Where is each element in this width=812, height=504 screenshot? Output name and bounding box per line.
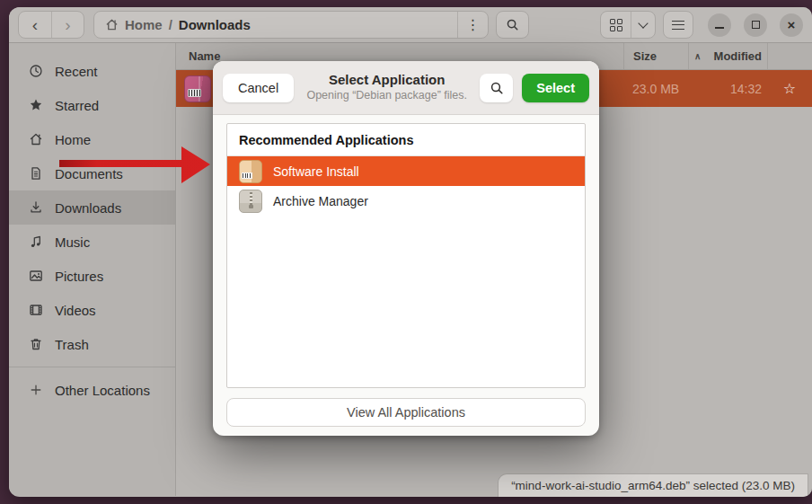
search-icon — [490, 81, 504, 95]
close-button[interactable]: × — [780, 13, 803, 37]
sidebar-item-downloads[interactable]: Downloads — [9, 190, 175, 225]
clock-icon — [29, 64, 43, 78]
maximize-button[interactable] — [744, 13, 767, 37]
sidebar-separator — [9, 367, 175, 367]
sidebar-item-label: Pictures — [55, 269, 103, 284]
minimize-button[interactable] — [708, 13, 731, 37]
software-install-icon — [239, 160, 262, 183]
sidebar: Recent Starred Home Documents Downloads … — [9, 43, 176, 496]
dialog-subtitle: Opening “Debian package” files. — [303, 89, 471, 103]
sidebar-item-label: Trash — [55, 337, 89, 352]
titlebar: ‹ › Home / Downloads ⋮ — [9, 7, 812, 43]
recommended-section-header: Recommended Applications — [227, 124, 585, 156]
sidebar-item-music[interactable]: Music — [9, 225, 175, 259]
app-row-software-install[interactable]: Software Install — [227, 156, 585, 186]
breadcrumb: Home / Downloads — [105, 17, 457, 32]
file-size-cell: 23.0 MB — [623, 70, 688, 107]
dialog-search-button[interactable] — [480, 74, 513, 102]
window-controls: × — [708, 13, 803, 37]
document-icon — [29, 166, 43, 181]
dialog-body: Recommended Applications Software Instal… — [213, 115, 599, 427]
star-toggle[interactable]: ☆ — [767, 70, 812, 107]
status-bar: “mind-work-ai-studio_arm64.deb” selected… — [498, 473, 808, 497]
breadcrumb-home[interactable]: Home — [125, 17, 163, 32]
minimize-icon — [715, 27, 724, 29]
menu-button-group — [663, 11, 693, 39]
column-header-size[interactable]: Size — [623, 43, 688, 69]
application-list-panel: Recommended Applications Software Instal… — [226, 123, 586, 388]
breadcrumb-separator: / — [169, 17, 172, 32]
sort-ascending-icon: ∧ — [694, 51, 701, 61]
plus-icon — [29, 383, 43, 397]
film-icon — [29, 303, 43, 317]
sidebar-item-trash[interactable]: Trash — [9, 327, 175, 361]
red-annotation-arrow — [57, 144, 212, 185]
search-icon — [506, 18, 519, 31]
status-text: “mind-work-ai-studio_arm64.deb” selected… — [511, 479, 795, 492]
search-button-group — [496, 11, 529, 39]
sidebar-item-label: Recent — [55, 64, 98, 79]
sidebar-item-label: Other Locations — [55, 383, 150, 398]
breadcrumb-current[interactable]: Downloads — [179, 17, 251, 32]
sidebar-item-starred[interactable]: Starred — [9, 88, 175, 122]
sidebar-item-label: Videos — [55, 303, 96, 318]
sidebar-item-videos[interactable]: Videos — [9, 293, 175, 327]
path-bar[interactable]: Home / Downloads ⋮ — [93, 11, 489, 39]
view-toggle-group — [600, 11, 656, 39]
column-header-star[interactable] — [767, 43, 812, 69]
navigation-buttons: ‹ › — [18, 11, 84, 39]
star-outline-icon: ☆ — [783, 80, 796, 97]
maximize-icon — [752, 21, 760, 29]
view-options-button[interactable] — [631, 12, 655, 38]
trash-icon — [29, 337, 43, 351]
deb-package-icon — [184, 75, 211, 102]
titlebar-right-cluster: × — [600, 11, 803, 39]
view-all-applications-button[interactable]: View All Applications — [226, 398, 586, 427]
sidebar-item-label: Starred — [55, 98, 99, 113]
chevron-down-icon — [639, 18, 649, 28]
sidebar-item-pictures[interactable]: Pictures — [9, 259, 175, 293]
column-header-modified-label: Modified — [714, 49, 762, 63]
sidebar-item-label: Music — [55, 234, 90, 250]
dialog-header: Cancel Select Application Opening “Debia… — [213, 61, 599, 115]
cancel-button[interactable]: Cancel — [223, 74, 294, 102]
hamburger-menu-button[interactable] — [664, 12, 693, 38]
grid-view-icon — [610, 19, 622, 31]
app-name-label: Archive Manager — [273, 194, 368, 208]
app-row-archive-manager[interactable]: Archive Manager — [227, 186, 585, 216]
file-modified-cell: 14:32 — [688, 70, 767, 107]
back-button[interactable]: ‹ — [19, 12, 51, 38]
close-icon: × — [788, 18, 796, 31]
archive-manager-icon — [239, 190, 262, 213]
dialog-title: Select Application — [303, 72, 471, 89]
kebab-icon: ⋮ — [466, 16, 481, 33]
search-button[interactable] — [497, 12, 528, 38]
app-name-label: Software Install — [273, 164, 359, 179]
music-note-icon — [29, 234, 43, 249]
grid-view-button[interactable] — [601, 12, 631, 38]
select-application-dialog: Cancel Select Application Opening “Debia… — [213, 61, 599, 436]
home-icon — [29, 132, 43, 146]
sidebar-item-label: Downloads — [55, 200, 121, 216]
hamburger-icon — [672, 21, 684, 30]
picture-icon — [29, 269, 43, 283]
select-button[interactable]: Select — [522, 74, 589, 102]
download-icon — [29, 200, 43, 215]
home-icon — [105, 18, 119, 31]
star-icon — [29, 98, 43, 112]
path-menu-button[interactable]: ⋮ — [457, 12, 488, 38]
dialog-titles: Select Application Opening “Debian packa… — [303, 72, 471, 102]
sidebar-item-other-locations[interactable]: Other Locations — [9, 373, 175, 407]
forward-button[interactable]: › — [51, 12, 84, 38]
sidebar-item-recent[interactable]: Recent — [9, 54, 175, 88]
column-header-modified[interactable]: ∧ Modified — [688, 43, 767, 69]
